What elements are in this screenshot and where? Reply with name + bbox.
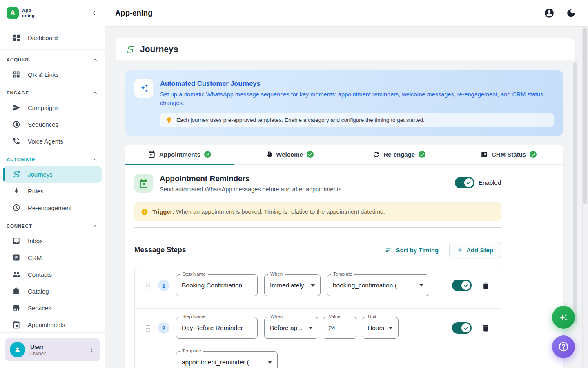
bag-icon [12, 287, 21, 296]
template-select[interactable]: Template appointment_reminder (... [176, 351, 278, 368]
chevron-up-icon [93, 157, 98, 162]
sidebar-item-dashboard[interactable]: Dashboard [3, 29, 102, 46]
chevron-up-icon [93, 57, 98, 62]
step-name-input[interactable] [182, 282, 252, 289]
user-card[interactable]: User Owner [5, 338, 100, 361]
chevron-up-icon [93, 224, 98, 229]
sidebar-item-qr-links[interactable]: QR & Links [3, 66, 102, 83]
topbar: App-ening [105, 0, 588, 26]
delete-step-icon[interactable] [481, 324, 490, 332]
sidebar-collapse-icon[interactable] [91, 10, 98, 16]
reminders-title: Appointment Reminders [160, 174, 341, 183]
route-icon [12, 170, 21, 179]
sidebar-item-crm[interactable]: CRM [3, 249, 102, 266]
divider [134, 227, 501, 228]
drag-handle-icon[interactable] [145, 324, 151, 333]
ai-assistant-button[interactable] [552, 306, 575, 329]
app-logo-text: App- ening [22, 8, 35, 18]
sidebar-item-voice-agents[interactable]: Voice Agents [3, 133, 102, 150]
tab-welcome[interactable]: Welcome [234, 145, 344, 164]
banner-title: Automated Customer Journeys [160, 80, 554, 88]
user-name: User [30, 343, 46, 350]
step-actions [452, 280, 490, 291]
check-badge-icon [419, 151, 425, 158]
value-input[interactable] [328, 324, 352, 332]
banner-text: Automated Customer Journeys Set up autom… [160, 79, 554, 127]
sidebar-item-re-engagement[interactable]: Re-engagement [3, 200, 102, 216]
add-step-button[interactable]: Add Step [449, 242, 501, 258]
step-name-field[interactable]: Step Name [176, 274, 258, 296]
sidebar-nav: Dashboard ACQUIRE QR & Links ENGAGE C [0, 26, 105, 332]
step-row: 1 Step Name When [135, 266, 501, 308]
window-scrollbar-thumb[interactable] [583, 28, 587, 204]
dropdown-arrow-icon [419, 284, 423, 287]
inbox-icon [12, 237, 21, 245]
section-connect[interactable]: CONNECT [0, 220, 105, 233]
delete-step-icon[interactable] [481, 281, 490, 290]
tab-crm-status[interactable]: CRM Status [454, 145, 564, 164]
main-area: App-ening Journeys Automated C [105, 0, 588, 368]
dropdown-arrow-icon [268, 361, 272, 364]
hand-wave-icon [265, 150, 272, 158]
sidebar-item-sequences[interactable]: Sequences [3, 116, 102, 133]
chevron-up-icon [93, 90, 98, 95]
section-acquire[interactable]: ACQUIRE [0, 53, 105, 66]
step-toggle[interactable] [452, 280, 472, 291]
user-info: User Owner [30, 343, 46, 357]
dashboard-icon [12, 34, 21, 42]
route-icon [126, 45, 135, 54]
message-steps-title: Message Steps [134, 246, 186, 254]
dark-mode-icon[interactable] [566, 8, 576, 18]
steps-list: 1 Step Name When [134, 266, 501, 368]
sidebar-item-inbox[interactable]: Inbox [3, 233, 102, 249]
sort-by-timing-button[interactable]: Sort by Timing [385, 247, 439, 254]
sidebar-item-catalog[interactable]: Catalog [3, 283, 102, 300]
sidebar-item-appointments[interactable]: Appointments [3, 316, 102, 332]
check-badge-icon [530, 151, 537, 158]
step-toggle[interactable] [452, 322, 472, 334]
tab-bar: Appointments Welcome [125, 145, 564, 165]
phone-icon [12, 137, 21, 146]
reminders-text: Appointment Reminders Send automated Wha… [160, 174, 341, 193]
user-menu-icon[interactable] [89, 346, 95, 353]
sidebar-item-journeys[interactable]: Journeys [3, 166, 102, 183]
content-scrollbar-thumb[interactable] [573, 62, 577, 324]
step-number: 2 [158, 322, 169, 334]
value-field[interactable]: Value [323, 317, 357, 339]
unit-select[interactable]: Unit Hours [362, 317, 399, 339]
tab-appointments[interactable]: Appointments [125, 145, 234, 164]
toggle-check-icon [461, 323, 470, 332]
sidebar-item-services[interactable]: Services [3, 300, 102, 316]
step-name-input[interactable] [182, 324, 252, 332]
help-button[interactable] [552, 335, 575, 358]
section-automate[interactable]: AUTOMATE [0, 153, 105, 166]
dropdown-arrow-icon [309, 327, 313, 329]
page-title: Journeys [140, 44, 178, 54]
step-number: 1 [158, 280, 169, 291]
tab-re-engage[interactable]: Re-engage [344, 145, 454, 164]
journeys-banner: Automated Customer Journeys Set up autom… [125, 70, 564, 136]
send-icon [12, 103, 21, 112]
dropdown-arrow-icon [311, 284, 315, 287]
step-name-field[interactable]: Step Name [176, 317, 258, 339]
tab-panel-appointments: Appointment Reminders Send automated Wha… [125, 165, 511, 368]
kanban-icon [481, 151, 488, 158]
sidebar-item-rules[interactable]: Rules [3, 183, 102, 200]
window-scrollbar-track[interactable] [582, 26, 588, 368]
section-engage[interactable]: ENGAGE [0, 86, 105, 99]
sidebar-footer: User Owner [0, 332, 105, 368]
sparkles-icon [134, 79, 153, 98]
when-select[interactable]: When Immediately [264, 274, 321, 296]
sort-icon [385, 247, 392, 254]
sidebar-item-campaigns[interactable]: Campaigns [3, 99, 102, 116]
reminders-toggle[interactable] [455, 177, 474, 188]
account-icon[interactable] [544, 8, 555, 18]
template-select[interactable]: Template booking_confirmation (... [327, 274, 429, 296]
drag-handle-icon[interactable] [145, 282, 151, 290]
when-select[interactable]: When Before ap... [264, 317, 318, 339]
sidebar-item-contacts[interactable]: Contacts [3, 266, 102, 283]
sidebar: A App- ening Dashboard ACQUIRE QR & [0, 0, 105, 368]
calendar-icon [148, 150, 156, 158]
people-icon [12, 270, 21, 279]
user-role: Owner [30, 350, 46, 357]
